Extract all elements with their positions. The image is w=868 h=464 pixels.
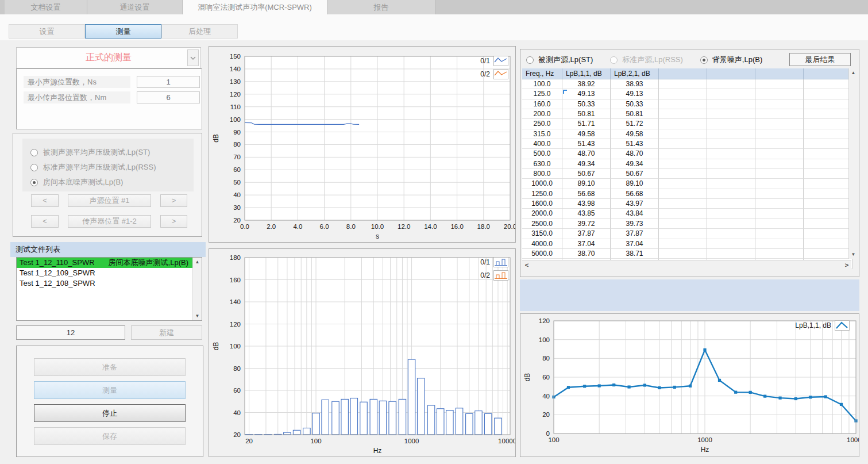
table-cell[interactable] [804,159,852,169]
radio-icon[interactable] [610,56,618,64]
legend-curve-icon[interactable] [493,56,508,66]
table-cell[interactable]: 1000.0 [522,179,562,189]
table-cell[interactable] [659,79,707,89]
table-cell[interactable]: 500.0 [522,149,562,159]
dropdown-button[interactable] [187,49,199,66]
table-cell[interactable] [707,169,755,179]
table-cell[interactable]: 50.67 [611,169,659,179]
table-cell[interactable] [804,249,852,259]
table-cell[interactable] [755,229,804,239]
table-cell[interactable]: 38.92 [562,79,611,89]
table-cell[interactable] [755,199,804,209]
table-cell[interactable] [804,209,852,218]
table-cell[interactable]: 50.33 [611,99,659,109]
table-row[interactable]: 250.051.7151.72 [522,119,852,129]
table-cell[interactable] [707,249,755,259]
table-row[interactable]: 315.049.5849.58 [522,129,852,139]
table-cell[interactable] [707,89,755,99]
test-type-radio-1[interactable]: 被测声源平均声压级测试,Lp(ST) [30,145,194,160]
table-cell[interactable] [755,109,804,119]
table-cell[interactable] [755,209,804,218]
table-cell[interactable] [804,149,852,159]
sub-tab-2[interactable]: 测量 [85,24,161,39]
table-cell[interactable]: 50.81 [611,109,659,119]
field-value-input[interactable]: 1 [137,76,200,88]
table-cell[interactable]: 4000.0 [522,239,562,249]
table-row[interactable]: 500.048.7048.70 [522,149,852,159]
table-cell[interactable]: 630.0 [522,159,562,169]
mic-position-button[interactable]: 传声器位置 #1-2 [68,215,151,228]
table-row[interactable]: 160.050.3350.33 [522,99,852,109]
table-row[interactable]: 200.050.8150.81 [522,109,852,119]
table-cell[interactable]: 38.70 [562,249,611,259]
table-cell[interactable]: 200.0 [522,109,562,119]
table-cell[interactable] [804,219,852,229]
radio-icon[interactable] [30,179,38,186]
table-cell[interactable] [707,139,755,149]
table-cell[interactable] [755,129,804,139]
table-cell[interactable]: 49.13 [562,89,611,99]
table-cell[interactable] [755,249,804,259]
table-cell[interactable] [755,169,804,179]
table-cell[interactable]: 89.10 [562,179,611,189]
table-cell[interactable] [659,229,707,239]
table-cell[interactable] [755,89,804,99]
table-cell[interactable]: 43.97 [611,199,659,209]
table-cell[interactable]: 1600.0 [522,199,562,209]
table-cell[interactable]: 51.72 [611,119,659,129]
table-cell[interactable]: 1250.0 [522,189,562,199]
file-list-item[interactable]: Test 1_12_110_SPWR房间本底噪声测试,Lp(B) [17,258,192,268]
table-row[interactable]: 4000.037.0437.04 [522,239,852,249]
table-cell[interactable]: 43.85 [562,209,611,218]
table-cell[interactable] [659,189,707,199]
table-cell[interactable] [659,149,707,159]
table-cell[interactable] [755,189,804,199]
prepare-button[interactable]: 准备 [34,358,186,376]
table-cell[interactable]: 160.0 [522,99,562,109]
table-row[interactable]: 400.051.4351.43 [522,139,852,149]
table-cell[interactable] [755,79,804,89]
table-cell[interactable] [659,239,707,249]
legend-curve-icon[interactable] [835,320,850,331]
table-cell[interactable]: 49.58 [562,129,611,139]
table-cell[interactable] [707,199,755,209]
table-cell[interactable]: 800.0 [522,169,562,179]
table-cell[interactable]: 39.73 [611,219,659,229]
scroll-up-icon[interactable]: ▲ [849,68,858,77]
table-cell[interactable]: 2500.0 [522,219,562,229]
table-cell[interactable]: 37.87 [562,229,611,239]
table-cell[interactable] [755,239,804,249]
table-cell[interactable]: 39.72 [562,219,611,229]
stop-button[interactable]: 停止 [34,404,186,422]
mic-position-next-button[interactable]: > [160,215,187,228]
table-cell[interactable] [755,179,804,189]
table-cell[interactable] [707,119,755,129]
sub-tab-1[interactable]: 设置 [9,24,85,39]
table-cell[interactable] [804,139,852,149]
table-cell[interactable]: 38.93 [611,79,659,89]
table-cell[interactable]: 250.0 [522,119,562,129]
table-cell[interactable]: 50.81 [562,109,611,119]
table-cell[interactable]: 48.70 [562,149,611,159]
table-row[interactable]: 800.050.6750.67 [522,169,852,179]
legend-curve-icon[interactable] [493,69,508,79]
result-source-radio-1[interactable]: 被测声源,Lp(ST) [526,55,593,65]
sub-tab-3[interactable]: 后处理 [161,24,238,39]
table-row[interactable]: 3150.037.8737.87 [522,229,852,239]
file-count-button[interactable]: 12 [16,325,125,340]
main-tab-4[interactable]: 报告 [327,0,435,14]
table-row[interactable]: 1250.056.6856.68 [522,189,852,199]
table-cell[interactable]: 49.34 [562,159,611,169]
table-cell[interactable] [755,99,804,109]
table-cell[interactable]: 51.43 [562,139,611,149]
table-row[interactable]: 1600.043.9843.97 [522,199,852,209]
new-file-button[interactable]: 新建 [131,325,202,340]
table-cell[interactable] [755,139,804,149]
table-cell[interactable] [659,159,707,169]
source-position-prev-button[interactable]: < [31,194,59,207]
table-cell[interactable] [755,219,804,229]
file-list-scrollbar[interactable]: ▲ ▼ [192,258,202,320]
radio-icon[interactable] [30,164,38,171]
table-cell[interactable] [659,169,707,179]
test-type-radio-2[interactable]: 标准声源平均声压级测试,Lp(RSS) [30,160,194,175]
